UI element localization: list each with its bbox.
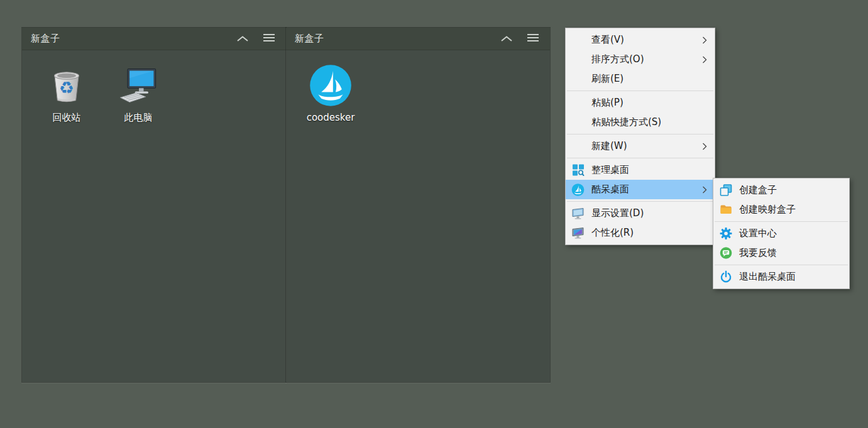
- folder-icon: [719, 203, 732, 216]
- menu-item-label: 创建映射盒子: [739, 204, 796, 216]
- desktop-box-2: 新盒子: [286, 28, 550, 382]
- menu-item-view[interactable]: 查看(V): [566, 30, 715, 50]
- menu-item-label: 我要反馈: [739, 247, 777, 259]
- personalize-icon: [571, 226, 585, 239]
- menu-item-organize-desktop[interactable]: 整理桌面: [566, 160, 715, 180]
- menu-item-label: 退出酷呆桌面: [739, 271, 796, 283]
- power-icon: [719, 270, 732, 283]
- menu-separator: [567, 91, 713, 91]
- menu-item-label: 查看(V): [591, 34, 624, 46]
- chevron-right-icon: [702, 36, 707, 44]
- menu-item-display-settings[interactable]: 显示设置(D): [566, 204, 715, 223]
- desktop-box-1: 新盒子: [22, 28, 286, 382]
- chevron-right-icon: [702, 55, 707, 63]
- menu-item-settings-center[interactable]: 设置中心: [713, 224, 849, 243]
- display-settings-icon: [571, 207, 585, 220]
- menu-separator: [567, 158, 713, 158]
- box-menu-button[interactable]: [525, 31, 541, 47]
- desktop-icon-label: coodesker: [307, 112, 355, 123]
- feedback-icon: [719, 246, 732, 260]
- coodesker-submenu: 创建盒子 创建映射盒子: [713, 178, 850, 289]
- box-header[interactable]: 新盒子: [286, 28, 550, 50]
- menu-item-create-box[interactable]: 创建盒子: [713, 180, 849, 200]
- desktop-icon-this-pc[interactable]: 此电脑: [108, 62, 168, 123]
- desktop-icon-label: 回收站: [53, 112, 81, 123]
- chevron-right-icon: [702, 185, 707, 194]
- menu-item-label: 粘贴快捷方式(S): [591, 116, 661, 128]
- gear-icon: [719, 227, 732, 240]
- menu-item-personalize[interactable]: 个性化(R): [566, 223, 715, 243]
- chevron-up-icon: [236, 33, 249, 45]
- menu-item-label: 刷新(E): [591, 73, 624, 85]
- menu-item-label: 新建(W): [591, 140, 627, 152]
- collapse-box-button[interactable]: [498, 31, 515, 47]
- menu-item-paste[interactable]: 粘贴(P): [566, 93, 715, 112]
- desktop-icon-label: 此电脑: [124, 112, 153, 123]
- menu-item-label: 整理桌面: [591, 164, 629, 176]
- menu-separator: [567, 134, 713, 134]
- menu-item-label: 显示设置(D): [591, 207, 644, 219]
- collapse-box-button[interactable]: [234, 31, 251, 47]
- chevron-right-icon: [702, 142, 707, 150]
- menu-item-create-mapped-box[interactable]: 创建映射盒子: [713, 200, 849, 219]
- this-pc-icon: [116, 62, 161, 109]
- box-title: 新盒子: [295, 33, 498, 45]
- desktop[interactable]: 新盒子: [0, 0, 868, 428]
- coodesker-icon: [308, 62, 353, 109]
- menu-separator: [715, 265, 848, 265]
- menu-item-feedback[interactable]: 我要反馈: [713, 243, 849, 263]
- hamburger-icon: [527, 33, 539, 45]
- menu-item-new[interactable]: 新建(W): [566, 136, 715, 156]
- desktop-icon-coodesker[interactable]: coodesker: [300, 62, 361, 123]
- menu-item-paste-shortcut[interactable]: 粘贴快捷方式(S): [566, 112, 715, 132]
- menu-item-label: 排序方式(O): [591, 53, 644, 65]
- box-title: 新盒子: [31, 33, 234, 45]
- chevron-up-icon: [500, 33, 513, 45]
- hamburger-icon: [263, 33, 275, 45]
- menu-item-label: 酷呆桌面: [591, 184, 629, 195]
- svg-text:♻: ♻: [59, 78, 74, 97]
- menu-item-refresh[interactable]: 刷新(E): [566, 69, 715, 89]
- desktop-icon-recycle-bin[interactable]: ♻ 回收站: [36, 62, 97, 123]
- menu-item-sort-by[interactable]: 排序方式(O): [566, 50, 715, 69]
- create-box-icon: [719, 184, 732, 197]
- coodesker-icon: [571, 183, 585, 196]
- menu-separator: [567, 201, 713, 202]
- menu-item-label: 创建盒子: [739, 184, 777, 196]
- menu-item-label: 设置中心: [739, 228, 777, 239]
- menu-item-label: 粘贴(P): [591, 97, 624, 109]
- menu-item-exit-coodesker[interactable]: 退出酷呆桌面: [713, 267, 849, 287]
- recycle-bin-icon: ♻: [44, 62, 89, 109]
- box-body: coodesker: [286, 50, 550, 123]
- organize-desktop-icon: [571, 163, 585, 177]
- context-menu: 查看(V) 排序方式(O) 刷新(E) 粘贴(P) 粘贴快捷方式(S) 新建(W…: [565, 28, 715, 245]
- menu-item-label: 个性化(R): [591, 227, 634, 239]
- box-header[interactable]: 新盒子: [22, 28, 286, 50]
- menu-separator: [715, 221, 848, 222]
- menu-item-coodesker[interactable]: 酷呆桌面: [566, 180, 715, 199]
- box-body: ♻ 回收站: [22, 50, 286, 123]
- box-menu-button[interactable]: [261, 31, 277, 47]
